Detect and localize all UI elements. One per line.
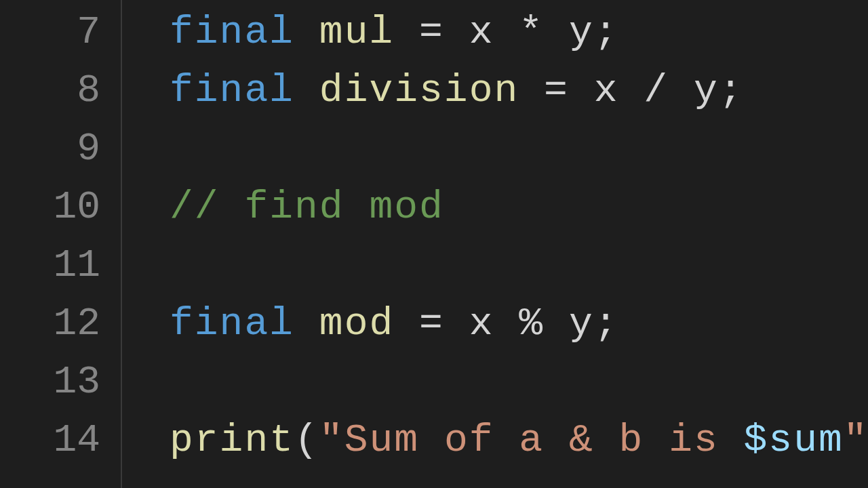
- code-line[interactable]: final mod = x % y;: [170, 295, 868, 353]
- variable: x: [469, 10, 494, 54]
- equals-operator: =: [419, 10, 444, 54]
- line-number: 11: [0, 237, 121, 295]
- line-number: 8: [0, 62, 121, 120]
- variable: x: [469, 302, 494, 346]
- line-number: 14: [0, 411, 121, 470]
- code-line-empty[interactable]: [170, 353, 868, 411]
- line-number: 13: [0, 353, 121, 411]
- code-line[interactable]: final mul = x * y;: [170, 3, 868, 62]
- semicolon: ;: [719, 68, 744, 113]
- variable: y: [694, 68, 719, 113]
- modulo-operator: %: [519, 302, 544, 346]
- line-number: 9: [0, 120, 121, 178]
- code-line[interactable]: // find mod: [170, 178, 868, 237]
- code-line-empty[interactable]: [170, 120, 868, 178]
- code-line[interactable]: final division = x / y;: [170, 62, 868, 120]
- line-number-gutter: 7 8 9 10 11 12 13 14: [0, 0, 122, 488]
- line-number: 10: [0, 178, 121, 237]
- identifier: mod: [319, 302, 394, 346]
- equals-operator: =: [419, 302, 444, 346]
- code-line-empty[interactable]: [170, 237, 868, 295]
- identifier: division: [319, 68, 519, 113]
- variable: y: [569, 302, 594, 346]
- keyword-final: final: [170, 68, 294, 113]
- semicolon: ;: [594, 10, 619, 54]
- equals-operator: =: [544, 68, 569, 113]
- string-quote: ": [844, 418, 868, 462]
- identifier: mul: [319, 10, 394, 54]
- string-interpolation: $sum: [744, 418, 844, 462]
- comment: // find mod: [170, 185, 444, 229]
- code-line[interactable]: print("Sum of a & b is $sum");: [170, 411, 868, 470]
- divide-operator: /: [644, 68, 669, 113]
- variable: y: [569, 10, 594, 54]
- string-quote: ": [319, 418, 344, 462]
- paren-open: (: [294, 418, 319, 462]
- keyword-final: final: [170, 302, 294, 346]
- keyword-final: final: [170, 10, 294, 54]
- line-number: 7: [0, 3, 121, 62]
- variable: x: [594, 68, 619, 113]
- line-number: 12: [0, 295, 121, 353]
- code-editor[interactable]: final mul = x * y; final division = x / …: [122, 0, 868, 488]
- function-call: print: [170, 418, 294, 462]
- multiply-operator: *: [519, 10, 544, 54]
- string-literal: Sum of a & b is: [344, 418, 744, 462]
- semicolon: ;: [594, 302, 619, 346]
